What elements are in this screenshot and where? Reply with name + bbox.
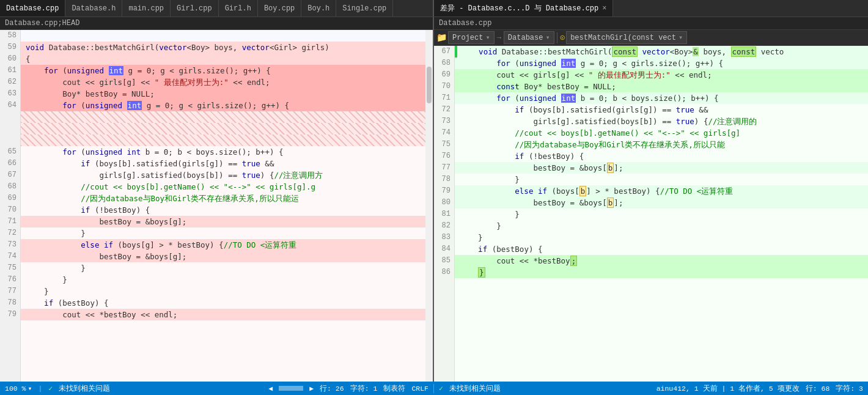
code-line-65: for (unsigned int b = 0; b < boys.size()… (21, 146, 425, 158)
right-code-line-76: if (!bestBoy) { (455, 150, 868, 162)
left-status-divider2: ◀ ▶ (268, 384, 314, 393)
right-code-line-80: bestBoy = &boys[b]; (455, 197, 868, 209)
method-arrow-icon: ▾ (679, 33, 683, 42)
right-line-numbers: 67 68 69 70 71 72 73 74 75 76 77 78 79 8… (434, 46, 455, 382)
tab-girl-h[interactable]: Girl.h (219, 0, 258, 17)
code-line-69: //因为database与Boy和Girl类不存在继承关系,所以只能运 (21, 193, 425, 204)
right-code-line-74: //cout << boys[b].getName() << "<-->" <<… (455, 127, 868, 139)
right-code-line-86: } (455, 267, 868, 278)
database-dropdown[interactable]: Database ▾ (504, 31, 554, 44)
tab-database-cpp[interactable]: Database.cpp (0, 0, 65, 17)
right-code-area[interactable]: 67 68 69 70 71 72 73 74 75 76 77 78 79 8… (434, 46, 868, 382)
code-line-71: bestBoy = &boys[g]; (21, 216, 425, 227)
code-line-77: } (21, 286, 425, 297)
main-area: Database.cpp;HEAD 58 59 60 61 62 63 64 -… (0, 17, 868, 382)
tab-single-cpp[interactable]: Single.cpp (336, 0, 393, 17)
code-line-hatch-1 (21, 111, 425, 123)
code-line-79: cout << *bestBoy << endl; (21, 309, 425, 320)
right-code-line-85: cout << *bestBoy; (455, 255, 868, 267)
right-pane: Database.cpp 📁 Project ▾ → Database ▾ ⊙ … (434, 17, 868, 382)
tab-database-h[interactable]: Database.h (65, 0, 122, 17)
status-bar: 100 % ▾ | ✓ 未找到相关问题 ◀ ▶ 行: 26 字符: 1 制表符 … (0, 382, 868, 395)
right-ok-text: 未找到相关问题 (449, 384, 501, 393)
right-code-line-75: //因为database与Boy和Girl类不存在继承关系,所以只能 (455, 139, 868, 150)
left-prev-icon[interactable]: ◀ (268, 384, 273, 393)
left-scrollbar[interactable] (425, 30, 433, 382)
tab-main-cpp[interactable]: main.cpp (122, 0, 171, 17)
right-code-content: void Database::bestMatchGirl(const vecto… (455, 46, 868, 382)
right-pane-header: Database.cpp (434, 17, 868, 30)
right-chars: 字符: 3 (836, 384, 863, 393)
tab-bar: Database.cpp Database.h main.cpp Girl.cp… (0, 0, 868, 17)
right-toolbar: 📁 Project ▾ → Database ▾ ⊙ bestMatchGirl… (434, 30, 868, 46)
zoom-value: 100 % (5, 385, 26, 393)
code-line-78: if (bestBoy) { (21, 297, 425, 309)
code-line-72: } (21, 227, 425, 239)
code-line-58 (21, 30, 425, 42)
method-dropdown[interactable]: bestMatchGirl(const vect ▾ (566, 31, 687, 44)
code-line-73: else if (boys[g] > * bestBoy) {//TO DO <… (21, 239, 425, 251)
left-position: 行: 26 (320, 384, 344, 393)
code-line-hatch-2 (21, 123, 425, 135)
left-code-content: void Database::bestMatchGirl(vector<Boy>… (21, 30, 425, 382)
right-code-line-73: girls[g].satisfied(boys[b]) == true) {//… (455, 116, 868, 127)
right-code-line-67: void Database::bestMatchGirl(const vecto… (455, 46, 868, 57)
right-position: 行: 68 (806, 384, 830, 393)
tab-diff[interactable]: 差异 - Database.c...D 与 Database.cpp × (434, 0, 613, 17)
tab-boy-h[interactable]: Boy.h (301, 0, 336, 17)
left-pane: Database.cpp;HEAD 58 59 60 61 62 63 64 -… (0, 17, 434, 382)
code-line-hatch-3 (21, 135, 425, 146)
left-status: 100 % ▾ | ✓ 未找到相关问题 ◀ ▶ 行: 26 字符: 1 制表符 … (0, 384, 434, 393)
left-format: 制表符 (383, 384, 405, 393)
project-arrow-icon: ▾ (485, 33, 490, 42)
right-ok-icon: ✓ (439, 384, 443, 393)
code-line-67: girls[g].satisfied(boys[b]) == true) {//… (21, 169, 425, 181)
toolbar-arrow-right-icon: → (497, 34, 501, 42)
zoom-arrow-icon: ▾ (28, 384, 32, 393)
project-icon: 📁 (436, 32, 447, 43)
right-status: ✓ 未找到相关问题 ainu412, 1 天前 | 1 名作者, 5 项更改 行… (434, 384, 868, 393)
tab-girl-cpp[interactable]: Girl.cpp (171, 0, 219, 17)
right-code-line-77: bestBoy = &boys[b]; (455, 162, 868, 174)
right-code-line-78: } (455, 174, 868, 185)
left-ok-text: 未找到相关问题 (59, 384, 110, 393)
code-line-61: for (unsigned int g = 0; g < girls.size(… (21, 65, 425, 76)
code-line-59: void Database::bestMatchGirl(vector<Boy>… (21, 42, 425, 53)
left-chars: 字符: 1 (350, 384, 378, 393)
right-code-line-82: } (455, 220, 868, 232)
code-line-75: } (21, 262, 425, 274)
code-line-60: { (21, 53, 425, 65)
left-pane-header: Database.cpp;HEAD (0, 17, 433, 30)
right-code-line-71: for (unsigned int b = 0; b < boys.size()… (455, 92, 868, 104)
left-status-divider: | (38, 385, 42, 393)
tab-boy-cpp[interactable]: Boy.cpp (258, 0, 301, 17)
right-code-line-69: cout << girls[g] << " 的最佳配对男士为:" << endl… (455, 69, 868, 81)
method-icon: ⊙ (560, 32, 565, 43)
code-line-70: if (!bestBoy) { (21, 204, 425, 216)
left-ok-icon: ✓ (48, 384, 53, 393)
left-scroll-thumb[interactable] (279, 386, 303, 391)
right-code-line-72: if (boys[b].satisfied(girls[g]) == true … (455, 104, 868, 116)
code-line-76: } (21, 274, 425, 286)
left-encoding: CRLF (411, 385, 428, 393)
right-author: ainu412, 1 天前 | 1 名作者, 5 项更改 (657, 384, 800, 393)
left-zoom[interactable]: 100 % ▾ (5, 384, 32, 393)
right-code-line-68: for (unsigned int g = 0; g < girls.size(… (455, 57, 868, 69)
right-code-line-84: if (bestBoy) { (455, 243, 868, 255)
app-container: Database.cpp Database.h main.cpp Girl.cp… (0, 0, 868, 395)
left-next-icon[interactable]: ▶ (309, 384, 314, 393)
code-line-74: bestBoy = &boys[g]; (21, 251, 425, 262)
right-code-line-70: const Boy* bestBoy = NULL; (455, 81, 868, 92)
code-line-66: if (boys[b].satisfied(girls[g]) == true … (21, 158, 425, 169)
diff-tab-close[interactable]: × (602, 4, 606, 13)
code-line-68: //cout << boys[b].getName() << "<-->" <<… (21, 181, 425, 193)
left-code-area[interactable]: 58 59 60 61 62 63 64 - - - 65 66 67 68 6… (0, 30, 433, 382)
code-line-64: for (unsigned int g = 0; g < girls.size(… (21, 100, 425, 111)
code-line-63: Boy* bestBoy = NULL; (21, 88, 425, 100)
left-line-numbers: 58 59 60 61 62 63 64 - - - 65 66 67 68 6… (0, 30, 21, 382)
right-code-line-79: else if (boys[b] > * bestBoy) {//TO DO <… (455, 185, 868, 197)
project-dropdown[interactable]: Project ▾ (448, 31, 495, 44)
right-code-line-83: } (455, 232, 868, 243)
diff-tab-label: 差异 - Database.c...D 与 Database.cpp (440, 3, 598, 13)
code-line-62: cout << girls[g] << " 最佳配对男士为:" << endl; (21, 76, 425, 88)
